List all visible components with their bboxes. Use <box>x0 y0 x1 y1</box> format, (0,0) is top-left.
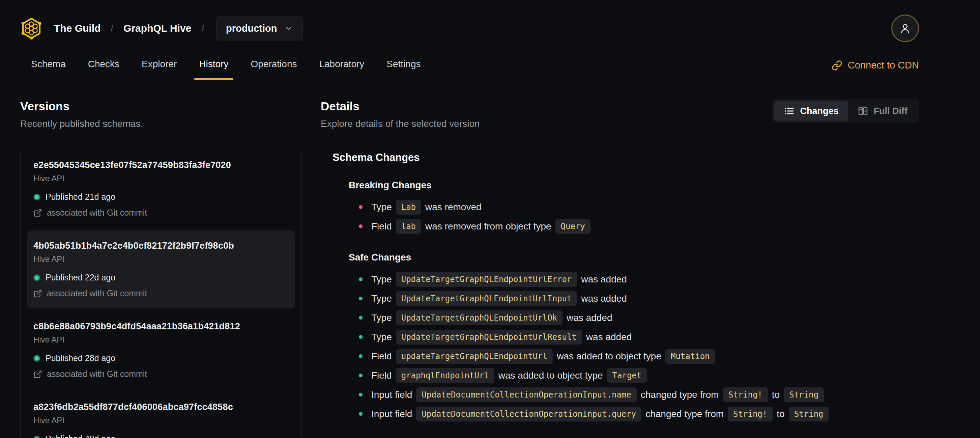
external-link-icon <box>33 209 42 217</box>
change-text: was added to object type <box>498 370 603 381</box>
full-diff-view-label: Full Diff <box>874 106 907 116</box>
tab-explorer[interactable]: Explorer <box>141 57 177 80</box>
version-hash: a823f6db2a55df877dcf406006abca97fcc4858c <box>33 402 289 413</box>
published-dot-icon <box>33 436 40 438</box>
change-row: TypeUpdateTargetGraphQLEndpointUrlErrorw… <box>359 270 919 289</box>
change-row: TypeUpdateTargetGraphQLEndpointUrlResult… <box>359 327 919 347</box>
published-dot-icon <box>33 274 40 281</box>
user-icon <box>898 22 912 35</box>
tab-settings[interactable]: Settings <box>386 57 421 80</box>
version-git-link[interactable]: associated with Git commit <box>33 208 289 218</box>
version-published: Published 22d ago <box>33 272 289 282</box>
published-dot-icon <box>33 355 40 362</box>
bullet-icon <box>359 316 363 320</box>
details-title: Details <box>321 100 480 113</box>
versions-title: Versions <box>20 100 302 113</box>
version-git-link[interactable]: associated with Git commit <box>33 288 289 298</box>
change-text: to <box>776 409 784 419</box>
git-commit-label: associated with Git commit <box>47 288 147 298</box>
bullet-icon <box>359 225 363 228</box>
tab-schema[interactable]: Schema <box>30 57 67 80</box>
schema-code-chip: updateTargetGraphQLEndpointUrl <box>396 349 553 364</box>
change-text: Field <box>371 221 392 232</box>
published-dot-icon <box>33 194 40 201</box>
version-item[interactable]: 4b05ab51b1b4a7e2e4b0ef82172f2b9f7ef98c0b… <box>27 231 295 308</box>
change-text: was added <box>581 293 627 304</box>
change-section-breaking: Breaking ChangesTypeLabwas removedFieldl… <box>332 180 919 236</box>
change-row: TypeUpdateTargetGraphQLEndpointUrlOkwas … <box>359 308 919 327</box>
change-row: FieldgraphqlEndpointUrlwas added to obje… <box>359 366 919 385</box>
schema-code-chip: UpdateTargetGraphQLEndpointUrlResult <box>396 330 582 344</box>
schema-changes: Schema Changes Breaking ChangesTypeLabwa… <box>332 151 919 424</box>
versions-list: e2e55045345ce13fe07f52a77459b83fa3fe7020… <box>20 147 302 438</box>
connect-to-cdn-link[interactable]: Connect to CDN <box>832 60 919 71</box>
tab-checks[interactable]: Checks <box>88 57 120 80</box>
schema-code-chip: String <box>784 387 824 402</box>
change-text: Type <box>371 332 392 342</box>
schema-code-chip: Target <box>607 368 647 383</box>
version-hash: 4b05ab51b1b4a7e2e4b0ef82172f2b9f7ef98c0b <box>33 241 289 251</box>
bullet-icon <box>359 296 363 300</box>
bullet-icon <box>359 205 363 209</box>
change-text: was added <box>566 312 612 323</box>
change-section-safe: Safe ChangesTypeUpdateTargetGraphQLEndpo… <box>332 252 919 424</box>
chevron-down-icon <box>284 24 293 33</box>
version-published: Published 28d ago <box>33 353 289 363</box>
nav-tabs: SchemaChecksExplorerHistoryOperationsLab… <box>20 57 422 80</box>
change-text: changed type from <box>641 389 719 400</box>
breadcrumb-project[interactable]: GraphQL Hive <box>123 22 191 34</box>
change-row: FieldupdateTargetGraphQLEndpointUrlwas a… <box>359 347 919 366</box>
version-hash: c8b6e88a06793b9c4dfd54aaa21b36a1b421d812 <box>33 321 289 332</box>
change-sections: Breaking ChangesTypeLabwas removedFieldl… <box>332 180 919 424</box>
external-link-icon <box>33 370 42 379</box>
change-text: Input field <box>371 389 412 400</box>
change-text: Type <box>371 312 392 323</box>
schema-code-chip: lab <box>396 219 421 234</box>
tab-history[interactable]: History <box>198 57 229 80</box>
published-label: Published 21d ago <box>46 192 115 202</box>
change-text: Field <box>371 351 392 362</box>
version-git-link[interactable]: associated with Git commit <box>33 369 289 379</box>
change-text: Field <box>371 370 392 381</box>
schema-code-chip: UpdateTargetGraphQLEndpointUrlInput <box>396 291 578 306</box>
change-text: was added <box>581 274 627 285</box>
schema-code-chip: UpdateDocumentCollectionOperationInput.q… <box>416 407 641 422</box>
split-columns-icon <box>858 106 869 116</box>
change-text: Input field <box>371 409 412 419</box>
changes-view-label: Changes <box>800 106 838 116</box>
connect-to-cdn-label: Connect to CDN <box>848 60 919 71</box>
full-diff-view-button[interactable]: Full Diff <box>848 101 917 121</box>
versions-subtitle: Recently published schemas. <box>20 118 302 129</box>
version-item[interactable]: a823f6db2a55df877dcf406006abca97fcc4858c… <box>27 392 295 438</box>
git-commit-label: associated with Git commit <box>47 369 147 379</box>
target-selector[interactable]: production <box>216 16 303 41</box>
bullet-icon <box>359 374 363 377</box>
version-item[interactable]: e2e55045345ce13fe07f52a77459b83fa3fe7020… <box>27 150 295 228</box>
breadcrumb-org[interactable]: The Guild <box>54 22 100 34</box>
version-target: Hive API <box>33 416 289 425</box>
change-text: Type <box>371 202 392 213</box>
bullet-icon <box>359 354 363 358</box>
bullet-icon <box>359 412 363 416</box>
version-published: Published 40d ago <box>33 434 289 438</box>
schema-code-chip: String! <box>723 387 768 402</box>
change-row: Fieldlabwas removed from object typeQuer… <box>359 217 919 236</box>
change-row: TypeLabwas removed <box>359 197 919 217</box>
changes-view-button[interactable]: Changes <box>774 101 848 121</box>
version-target: Hive API <box>33 174 289 183</box>
tab-laboratory[interactable]: Laboratory <box>318 57 365 80</box>
change-row: TypeUpdateTargetGraphQLEndpointUrlInputw… <box>359 289 919 308</box>
section-title: Safe Changes <box>349 252 919 263</box>
tab-operations[interactable]: Operations <box>250 57 298 80</box>
change-text: was added to object type <box>557 351 661 362</box>
schema-code-chip: UpdateTargetGraphQLEndpointUrlOk <box>396 311 563 325</box>
git-commit-label: associated with Git commit <box>47 208 147 218</box>
user-menu-button[interactable] <box>891 14 919 42</box>
target-selector-value: production <box>226 23 277 34</box>
version-item[interactable]: c8b6e88a06793b9c4dfd54aaa21b36a1b421d812… <box>27 311 295 389</box>
change-text: changed type from <box>646 409 724 419</box>
schema-code-chip: UpdateTargetGraphQLEndpointUrlError <box>396 272 578 287</box>
schema-code-chip: UpdateDocumentCollectionOperationInput.n… <box>416 387 636 402</box>
hive-logo-icon[interactable] <box>20 17 43 40</box>
change-text: to <box>772 389 780 400</box>
